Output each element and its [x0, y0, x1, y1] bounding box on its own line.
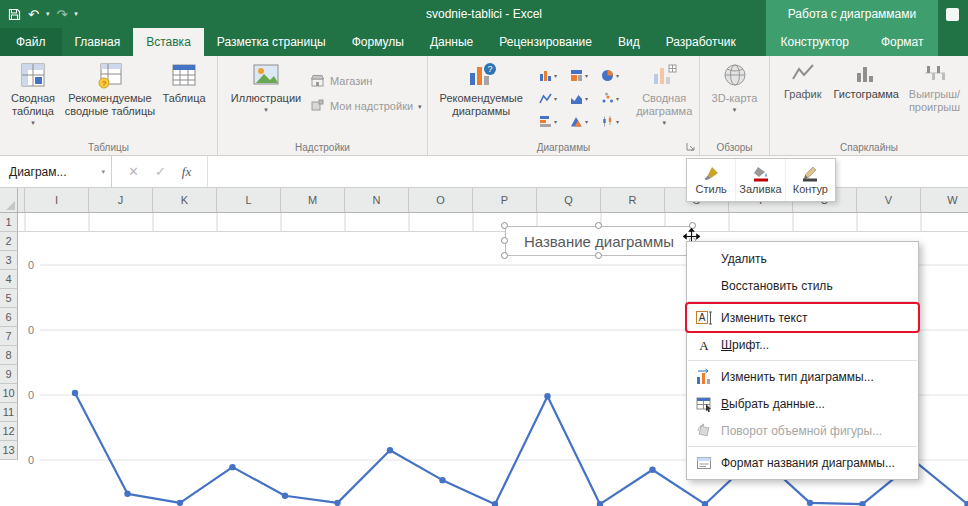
- column-header-K[interactable]: K: [153, 188, 217, 212]
- titlebar-icon[interactable]: [946, 8, 959, 21]
- column-chart-button[interactable]: ▾: [532, 64, 563, 87]
- surface-chart-icon: [570, 115, 583, 128]
- name-box[interactable]: Диаграм... ▾: [0, 156, 112, 187]
- ribbon: Сводная таблица ▾ ? Рекомендуемые сводны…: [0, 56, 968, 156]
- pivot-table-button[interactable]: Сводная таблица ▾: [4, 59, 62, 126]
- column-header-O[interactable]: O: [409, 188, 473, 212]
- chart-data-marker[interactable]: [124, 491, 130, 497]
- pivot-chart-button[interactable]: Сводная диаграмма ▾: [633, 59, 695, 126]
- column-header-J[interactable]: J: [89, 188, 153, 212]
- fill-label: Заливка: [739, 183, 781, 195]
- menu-item-delete[interactable]: Удалить: [687, 245, 918, 272]
- tab-chart-design[interactable]: Конструктор: [767, 28, 861, 56]
- area-chart-button[interactable]: ▾: [563, 87, 594, 110]
- hierarchy-chart-button[interactable]: ▾: [563, 64, 594, 87]
- scatter-chart-button[interactable]: ▾: [594, 87, 625, 110]
- chart-data-marker[interactable]: [334, 500, 340, 506]
- menu-item-font[interactable]: А Шрифт...: [687, 331, 918, 358]
- column-header-M[interactable]: M: [281, 188, 345, 212]
- tab-page-layout[interactable]: Разметка страницы: [204, 28, 339, 56]
- ribbon-group-sparklines: График Гистограмма Выигрыш/проигрыш Спар…: [770, 56, 968, 155]
- tab-file[interactable]: Файл: [0, 28, 62, 56]
- my-addins-button[interactable]: Мои надстройки ▾: [310, 98, 422, 113]
- selection-handle[interactable]: [595, 222, 602, 229]
- menu-item-edit-text[interactable]: A Изменить текст: [687, 304, 918, 331]
- column-header-P[interactable]: P: [473, 188, 537, 212]
- chart-data-marker[interactable]: [807, 500, 813, 506]
- chart-data-marker[interactable]: [177, 500, 183, 506]
- tab-review[interactable]: Рецензирование: [486, 28, 605, 56]
- column-header-R[interactable]: R: [601, 188, 665, 212]
- chart-data-marker[interactable]: [72, 390, 78, 396]
- line-chart-button[interactable]: ▾: [532, 87, 563, 110]
- chart-data-marker[interactable]: [649, 467, 655, 473]
- tab-view[interactable]: Вид: [605, 28, 653, 56]
- menu-item-reset-style[interactable]: Восстановить стиль: [687, 272, 918, 299]
- recommended-pivots-button[interactable]: ? Рекомендуемые сводные таблицы: [62, 59, 158, 118]
- column-header-V[interactable]: V: [857, 188, 921, 212]
- name-box-caret-icon[interactable]: ▾: [101, 168, 105, 176]
- selection-handle[interactable]: [501, 252, 508, 259]
- dropdown-caret-icon: ▾: [616, 72, 619, 79]
- fill-button[interactable]: Заливка: [736, 159, 785, 201]
- confirm-formula-icon[interactable]: ✓: [155, 164, 166, 179]
- ribbon-group-tours: 3D-карта ▾ Обзоры: [700, 56, 770, 155]
- recommended-charts-button[interactable]: ? Рекомендуемые диаграммы: [436, 59, 526, 118]
- bar-chart-icon: [539, 115, 552, 128]
- formula-buttons: ✕ ✓ fx: [112, 156, 208, 187]
- sparkline-column-icon: [854, 61, 878, 85]
- hierarchy-chart-icon: [570, 69, 583, 82]
- table-label: Таблица: [162, 92, 205, 105]
- selection-handle[interactable]: [501, 222, 508, 229]
- column-header-W[interactable]: W: [921, 188, 968, 212]
- stock-chart-button[interactable]: ▾: [594, 110, 625, 133]
- column-header-Q[interactable]: Q: [537, 188, 601, 212]
- table-button[interactable]: Таблица: [158, 59, 210, 105]
- sparkline-line-button[interactable]: График: [778, 59, 827, 101]
- change-chart-type-icon: [691, 368, 717, 386]
- tab-home[interactable]: Главная: [62, 28, 134, 56]
- cancel-formula-icon[interactable]: ✕: [128, 164, 139, 179]
- chart-title-text: Название диаграммы: [524, 233, 674, 250]
- selection-handle[interactable]: [501, 237, 508, 244]
- sparkline-column-label: Гистограмма: [833, 88, 899, 101]
- column-header-I[interactable]: I: [25, 188, 89, 212]
- tab-insert[interactable]: Вставка: [133, 28, 204, 56]
- column-header-L[interactable]: L: [217, 188, 281, 212]
- chart-data-marker[interactable]: [282, 493, 288, 499]
- surface-chart-button[interactable]: ▾: [563, 110, 594, 133]
- column-header-N[interactable]: N: [345, 188, 409, 212]
- chart-data-marker[interactable]: [229, 464, 235, 470]
- pie-chart-button[interactable]: ▾: [594, 64, 625, 87]
- style-button[interactable]: Стиль: [687, 159, 736, 201]
- menu-item-format-chart-title[interactable]: Формат названия диаграммы...: [687, 449, 918, 476]
- select-data-icon: [691, 395, 717, 413]
- chart-data-marker[interactable]: [439, 477, 445, 483]
- line-chart-icon: [539, 92, 552, 105]
- sparkline-column-button[interactable]: Гистограмма: [833, 59, 899, 101]
- tab-developer[interactable]: Разработчик: [653, 28, 749, 56]
- tab-data[interactable]: Данные: [417, 28, 486, 56]
- sparkline-winloss-button[interactable]: Выигрыш/проигрыш: [905, 59, 964, 114]
- menu-item-label: Восстановить стиль: [717, 279, 833, 293]
- store-button[interactable]: Магазин: [310, 73, 422, 88]
- area-chart-icon: [570, 92, 583, 105]
- formula-input[interactable]: [208, 156, 968, 187]
- illustrations-button[interactable]: Иллюстрации ▾: [228, 59, 304, 113]
- menu-item-select-data[interactable]: Выбрать данные...: [687, 390, 918, 417]
- map-3d-button[interactable]: 3D-карта ▾: [711, 59, 759, 113]
- menu-item-change-chart-type[interactable]: Изменить тип диаграммы...: [687, 363, 918, 390]
- outline-button[interactable]: Контур: [786, 159, 835, 201]
- tab-formulas[interactable]: Формулы: [339, 28, 417, 56]
- select-all-corner[interactable]: [0, 188, 18, 213]
- chart-data-marker[interactable]: [544, 393, 550, 399]
- dropdown-caret-icon: ▾: [264, 106, 268, 113]
- charts-dialog-launcher-icon[interactable]: [685, 141, 696, 152]
- bar-chart-button[interactable]: ▾: [532, 110, 563, 133]
- chart-data-marker[interactable]: [387, 447, 393, 453]
- svg-text:?: ?: [102, 80, 106, 87]
- my-addins-label: Мои надстройки: [330, 100, 413, 112]
- tab-chart-format[interactable]: Формат: [868, 28, 937, 56]
- selection-handle[interactable]: [595, 252, 602, 259]
- insert-function-icon[interactable]: fx: [182, 164, 191, 180]
